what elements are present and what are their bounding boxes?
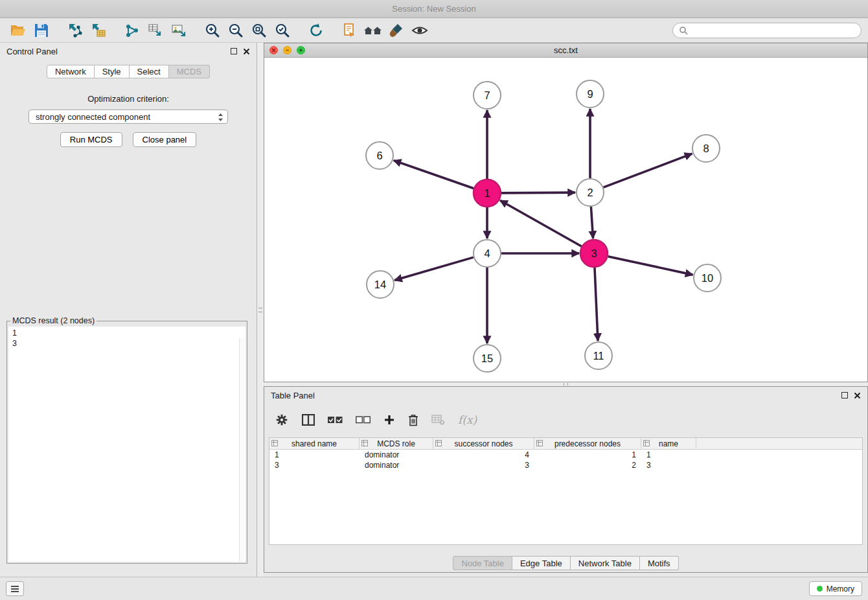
graph-edge-1-6[interactable] [394, 161, 474, 189]
zoom-selected-icon[interactable] [271, 19, 294, 41]
memory-button[interactable]: Memory [809, 581, 862, 596]
graph-edge-1-2[interactable] [501, 192, 575, 193]
zoom-out-icon[interactable] [224, 19, 247, 41]
column-header-shared-name[interactable]: shared name [269, 438, 360, 449]
memory-button-label: Memory [827, 584, 854, 594]
float-panel-icon[interactable] [231, 48, 237, 54]
column-header-predecessor-nodes[interactable]: predecessor nodes [534, 438, 641, 449]
status-bar: Memory [0, 577, 868, 600]
graph-node-14[interactable]: 14 [367, 271, 394, 298]
select-all-checkboxes-icon[interactable] [328, 416, 343, 424]
style-brush-icon[interactable] [385, 19, 408, 41]
svg-text:8: 8 [703, 143, 709, 154]
column-header-mcds-role[interactable]: MCDS role [360, 438, 433, 449]
graph-edge-4-14[interactable] [394, 257, 474, 280]
column-attribute-icon [271, 440, 278, 446]
table-tab-edge-table[interactable]: Edge Table [512, 556, 571, 570]
table-panel: Table Panel f(x) shared nameMCDS rolesu [264, 386, 868, 573]
graph-node-8[interactable]: 8 [692, 135, 720, 162]
graph-edge-2-8[interactable] [604, 154, 692, 187]
open-session-icon[interactable] [6, 19, 30, 41]
column-attribute-icon [435, 440, 442, 446]
table-cell: 3 [269, 461, 360, 470]
import-network-icon[interactable] [63, 19, 87, 41]
selected-criterion-value: strongly connected component [36, 112, 150, 122]
graph-node-1[interactable]: 1 [474, 179, 501, 207]
table-row[interactable]: 1dominator411 [269, 450, 862, 460]
result-scrollbar[interactable] [239, 338, 245, 561]
table-panel-close-icon[interactable] [854, 392, 861, 399]
mcds-buttons-row: Run MCDS Close panel [0, 132, 257, 147]
close-panel-icon[interactable] [243, 48, 250, 55]
maximize-window-button[interactable] [297, 46, 305, 54]
panel-splitter-vertical[interactable] [257, 43, 264, 577]
clear-checkboxes-icon[interactable] [356, 416, 371, 424]
export-network-icon[interactable] [144, 19, 167, 41]
mcds-result-value: 1 [12, 328, 236, 338]
node-table: shared nameMCDS rolesuccessor nodesprede… [269, 437, 863, 545]
table-tab-node-table[interactable]: Node Table [453, 556, 512, 570]
graph-edge-3-11[interactable] [595, 268, 598, 341]
svg-text:1: 1 [484, 187, 490, 199]
svg-text:14: 14 [374, 279, 386, 290]
table-tab-network-table[interactable]: Network Table [571, 556, 640, 570]
network-canvas[interactable]: 7968124314101511 [264, 58, 867, 382]
home-icon[interactable] [361, 19, 385, 41]
run-mcds-button[interactable]: Run MCDS [60, 132, 122, 147]
apply-layout-icon[interactable] [304, 19, 328, 41]
memory-status-dot [817, 586, 823, 592]
tab-style[interactable]: Style [95, 65, 130, 78]
split-view-icon[interactable] [302, 414, 315, 426]
new-network-icon[interactable] [120, 19, 144, 41]
table-cell: 1 [269, 450, 360, 459]
graph-node-2[interactable]: 2 [577, 179, 604, 206]
table-panel-float-icon[interactable] [841, 392, 848, 398]
show-hide-eye-icon[interactable] [408, 19, 431, 41]
column-header-successor-nodes[interactable]: successor nodes [433, 438, 534, 449]
function-builder-icon[interactable]: f(x) [458, 413, 477, 426]
table-cell: 4 [433, 450, 534, 459]
graph-node-9[interactable]: 9 [577, 80, 604, 108]
table-header-row: shared nameMCDS rolesuccessor nodesprede… [269, 438, 862, 450]
graph-node-11[interactable]: 11 [585, 342, 612, 369]
search-input[interactable] [692, 25, 855, 35]
graph-node-4[interactable]: 4 [474, 240, 501, 267]
tab-network[interactable]: Network [47, 65, 95, 78]
tab-mcds[interactable]: MCDS [169, 65, 210, 78]
export-image-icon[interactable] [167, 19, 190, 41]
gear-icon[interactable] [275, 413, 289, 427]
table-row[interactable]: 3dominator323 [269, 460, 862, 470]
delete-column-icon[interactable] [408, 414, 418, 426]
optimization-criterion-select[interactable]: strongly connected component [29, 110, 228, 124]
minimize-window-button[interactable] [283, 46, 291, 54]
graph-edge-3-10[interactable] [608, 257, 692, 275]
column-header-label: MCDS role [377, 439, 415, 448]
network-window-titlebar: scc.txt [264, 43, 867, 58]
close-window-button[interactable] [269, 46, 278, 54]
tab-select[interactable]: Select [130, 65, 169, 78]
svg-text:3: 3 [591, 248, 597, 259]
delete-table-icon[interactable] [431, 415, 445, 425]
svg-text:2: 2 [587, 187, 593, 198]
zoom-in-icon[interactable] [201, 19, 224, 41]
table-tab-motifs[interactable]: Motifs [640, 556, 679, 570]
graph-edge-2-3[interactable] [591, 207, 593, 238]
save-session-icon[interactable] [30, 19, 53, 41]
close-panel-button[interactable]: Close panel [133, 132, 197, 147]
graph-node-3[interactable]: 3 [580, 240, 608, 267]
graph-node-6[interactable]: 6 [366, 142, 393, 169]
panel-list-button[interactable] [6, 581, 24, 596]
open-document-icon[interactable] [338, 19, 361, 41]
graph-edge-3-1[interactable] [500, 200, 582, 246]
zoom-fit-icon[interactable] [247, 19, 271, 41]
search-box[interactable] [672, 23, 862, 38]
table-cell: dominator [360, 461, 433, 470]
add-column-icon[interactable] [383, 414, 395, 426]
graph-node-7[interactable]: 7 [474, 82, 501, 109]
graph-node-15[interactable]: 15 [474, 345, 501, 372]
svg-text:9: 9 [587, 88, 593, 100]
column-header-name[interactable]: name [641, 438, 696, 449]
graph-node-10[interactable]: 10 [694, 264, 721, 292]
table-panel-title: Table Panel [271, 391, 836, 400]
import-table-icon[interactable] [87, 19, 110, 41]
